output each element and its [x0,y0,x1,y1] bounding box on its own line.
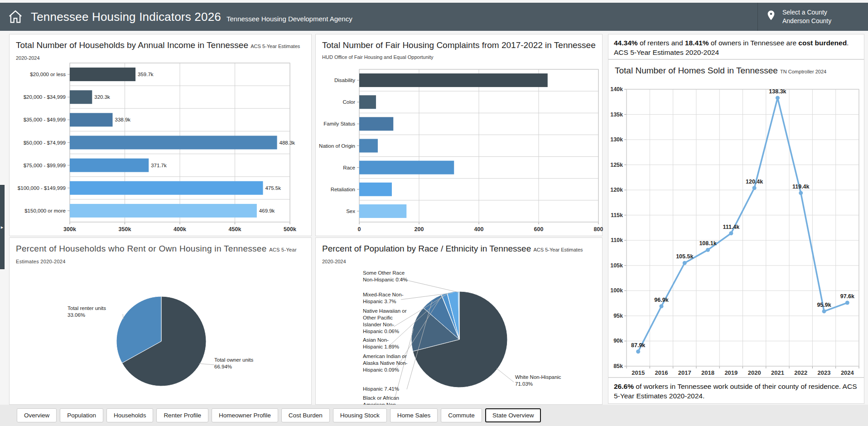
tenure-pie-chart [10,238,312,405]
pie-label-total-renter-units: Total renter units 33.06% [68,305,121,319]
stat-text: of renters and [638,39,685,47]
y-axis-label: 125k [610,162,623,168]
income-bar-chart: 300k350k400k450k500k$20,000 or less359.7… [10,34,312,237]
homes-sold-line-chart: 85k90k95k100k105k110k115k120k125k130k135… [608,60,865,378]
bar--50-000-74-999[interactable] [70,136,277,150]
bar--75-000-99-999[interactable] [70,159,149,172]
category-label: Family Status [323,121,355,126]
tab-home-sales[interactable]: Home Sales [390,408,438,422]
x-axis-label: 400k [174,226,186,232]
data-point-2021[interactable] [776,96,780,100]
tab-households[interactable]: Households [106,408,153,422]
county-selector-prompt: Select a County [782,8,831,17]
x-axis-label: 0 [358,226,361,232]
x-axis-label: 2020 [748,369,761,376]
category-label: $50,000 - $74,999 [24,140,66,145]
point-value-label: 120.4k [746,179,763,185]
bar-family-status[interactable] [359,117,393,131]
panel-tenure-pie: Percent of Households who Rent or Own Ho… [9,237,312,405]
x-axis-label: 2016 [655,369,668,376]
bar-value-label: 371.7k [151,163,167,168]
pie-label-hispanic: Hispanic 7.41% [363,386,408,392]
tab-renter-profile[interactable]: Renter Profile [156,408,208,422]
data-point-2018[interactable] [706,248,710,252]
y-axis-label: 95k [613,313,623,319]
bar--20-000-34-999[interactable] [70,90,92,104]
app-subtitle: Tennessee Housing Development Agency [227,15,352,23]
point-value-label: 97.6k [840,293,854,300]
y-axis-label: 130k [610,136,623,143]
home-icon [7,9,24,25]
point-value-label: 111.4k [723,224,739,230]
x-axis-label: 400 [474,226,484,232]
bar--20-000-or-less[interactable] [70,68,135,81]
y-axis-label: 135k [610,111,623,118]
header-left: Tennessee Housing Indicators 2026 Tennes… [0,9,868,25]
app-title: Tennessee Housing Indicators 2026 [31,10,221,24]
bar-retaliation[interactable] [359,183,392,196]
tab-housing-stock[interactable]: Housing Stock [333,408,387,422]
panel-cost-burden-stat: 44.34% of renters and 18.41% of owners i… [608,34,864,59]
category-label: Disability [334,77,355,83]
category-label: $100,000 - $149,999 [18,185,66,191]
x-axis-label: 500k [284,226,296,232]
county-selector-text: Select a County Anderson County [782,8,831,25]
panel-homes-sold-chart: Total Number of Homes Sold in Tennessee … [608,59,864,378]
bar-disability[interactable] [359,73,548,87]
renter-cost-burden-pct: 44.34% [614,39,638,47]
y-axis-label: 120k [610,187,623,193]
tab-cost-burden[interactable]: Cost Burden [281,408,330,422]
bar--35-000-49-999[interactable] [70,113,113,126]
dashboard-page: Tennessee Housing Indicators 2026 Tennes… [0,0,868,426]
app-header: Tennessee Housing Indicators 2026 Tennes… [0,3,868,31]
bar-race[interactable] [359,161,454,174]
dashboard-tab-bar: OverviewPopulationHouseholdsRenter Profi… [0,405,868,426]
pie-label-american-indian-or-alaska-native-non-hispanic: American Indian or Alaska Native Non-His… [363,353,408,373]
point-value-label: 95.9k [817,302,831,308]
tab-population[interactable]: Population [60,408,103,422]
category-label: Retaliation [331,187,355,192]
sidebar-expand-handle[interactable]: ▶ [0,185,5,269]
data-point-2016[interactable] [659,304,663,308]
bar-value-label: 488.3k [280,140,295,145]
county-selector-value: Anderson County [782,17,831,25]
commute-pct: 26.6% [614,382,634,390]
tab-commute[interactable]: Commute [441,408,482,422]
data-point-2020[interactable] [752,186,757,190]
bar-color[interactable] [359,95,376,109]
point-value-label: 96.9k [654,297,668,303]
data-point-2015[interactable] [636,349,640,353]
data-point-2023[interactable] [822,309,826,313]
y-axis-label: 110k [611,237,623,243]
data-point-2017[interactable] [683,261,687,265]
y-axis-label: 105k [610,262,623,269]
tab-state-overview[interactable]: State Overview [485,408,541,422]
location-pin-icon [766,10,776,24]
point-value-label: 138.3k [769,88,786,95]
data-point-2024[interactable] [845,301,849,305]
county-selector[interactable]: Select a County Anderson County [757,3,868,31]
bar--100-000-149-999[interactable] [70,181,263,195]
x-axis-label: 800 [594,226,603,232]
panel-race-pie: Percent of Population by Race / Ethnicit… [315,237,603,405]
x-axis-label: 350k [119,226,131,232]
bar--150-000-or-more[interactable] [70,204,257,218]
point-value-label: 87.9k [631,342,645,349]
x-axis-label: 2018 [701,369,714,376]
x-axis-label: 600 [534,226,544,232]
data-point-2019[interactable] [729,231,733,235]
bar-value-label: 469.9k [259,208,275,213]
data-point-2022[interactable] [799,191,803,195]
tab-overview[interactable]: Overview [17,408,57,422]
label-leader-line [497,368,514,382]
tab-homeowner-profile[interactable]: Homeowner Profile [212,408,278,422]
x-axis-label: 2017 [678,369,691,376]
stat-text: of workers in Tennessee work outside of … [614,382,857,400]
category-label: $150,000 or more [24,208,66,213]
pie-label-mixed-race-non-hispanic: Mixed-Race Non-Hispanic 3.7% [363,291,408,305]
pie-label-total-owner-units: Total owner units 66.94% [214,357,269,370]
bar-sex[interactable] [359,204,406,218]
expand-arrow-icon: ▶ [1,226,3,229]
category-label: $20,000 or less [30,72,66,77]
bar-nation-of-origin[interactable] [359,139,378,153]
